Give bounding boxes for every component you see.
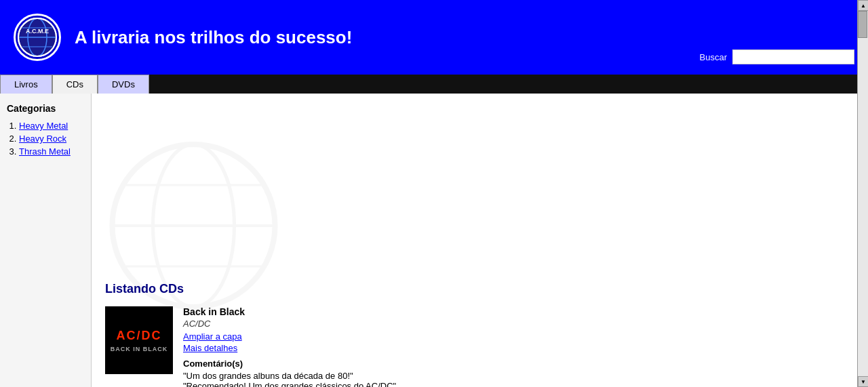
cd-comments-label-1: Comentário(s) <box>183 359 854 369</box>
cd-cover-1: AC/DC BACK IN BLACK <box>105 306 173 374</box>
sidebar-item-thrash-metal[interactable]: Thrash Metal <box>19 146 71 157</box>
cd-artist-1: AC/DC <box>183 319 854 329</box>
scrollbar-up-btn[interactable]: ▲ <box>858 0 868 11</box>
sidebar-item-heavy-metal[interactable]: Heavy Metal <box>19 121 68 131</box>
scrollbar[interactable]: ▲ ▼ <box>857 0 868 387</box>
scrollbar-track[interactable] <box>858 11 868 376</box>
header: A.C.M.E A livraria nos trilhos do sucess… <box>0 0 868 75</box>
search-input[interactable] <box>732 49 854 64</box>
category-list: Heavy Metal Heavy Rock Thrash Metal <box>7 121 84 157</box>
nav-tabs: Livros CDs DVDs <box>0 75 868 94</box>
list-item: Thrash Metal <box>19 146 84 157</box>
cd-comment-1a: "Um dos grandes albuns da década de 80!" <box>183 371 854 381</box>
content-title: Listando CDs <box>105 282 854 296</box>
tab-dvds[interactable]: DVDs <box>98 75 149 94</box>
cd-comments-section-1: Comentário(s) "Um dos grandes albuns da … <box>183 359 854 387</box>
cd-info-1: Back in Black AC/DC Ampliar a capa Mais … <box>183 306 854 387</box>
sidebar-item-heavy-rock[interactable]: Heavy Rock <box>19 134 66 144</box>
cd-ampliar-1[interactable]: Ampliar a capa <box>183 331 854 342</box>
list-item: Heavy Metal <box>19 121 84 131</box>
logo: A.C.M.E <box>14 14 61 61</box>
cd-cover-image-1: AC/DC BACK IN BLACK <box>105 306 173 374</box>
cd-details-1[interactable]: Mais detalhes <box>183 343 854 353</box>
site-title: A livraria nos trilhos do sucesso! <box>75 27 352 48</box>
tab-livros[interactable]: Livros <box>0 75 52 94</box>
sidebar: Categorias Heavy Metal Heavy Rock Thrash… <box>0 94 92 387</box>
main: Categorias Heavy Metal Heavy Rock Thrash… <box>0 94 868 387</box>
tab-cds[interactable]: CDs <box>52 75 98 94</box>
sidebar-heading: Categorias <box>7 103 84 114</box>
search-area: Buscar <box>700 49 854 64</box>
scrollbar-down-btn[interactable]: ▼ <box>858 376 868 387</box>
search-label: Buscar <box>700 52 727 62</box>
cd-title-1: Back in Black <box>183 306 854 317</box>
cd-comment-1b: "Recomendado! Um dos grandes clássicos d… <box>183 381 854 387</box>
scrollbar-thumb[interactable] <box>858 11 867 38</box>
content: Listando CDs AC/DC BACK IN BLACK Back in… <box>92 94 868 387</box>
cd-item-1: AC/DC BACK IN BLACK Back in Black AC/DC … <box>105 306 854 387</box>
list-item: Heavy Rock <box>19 134 84 144</box>
svg-text:A.C.M.E: A.C.M.E <box>26 28 49 35</box>
